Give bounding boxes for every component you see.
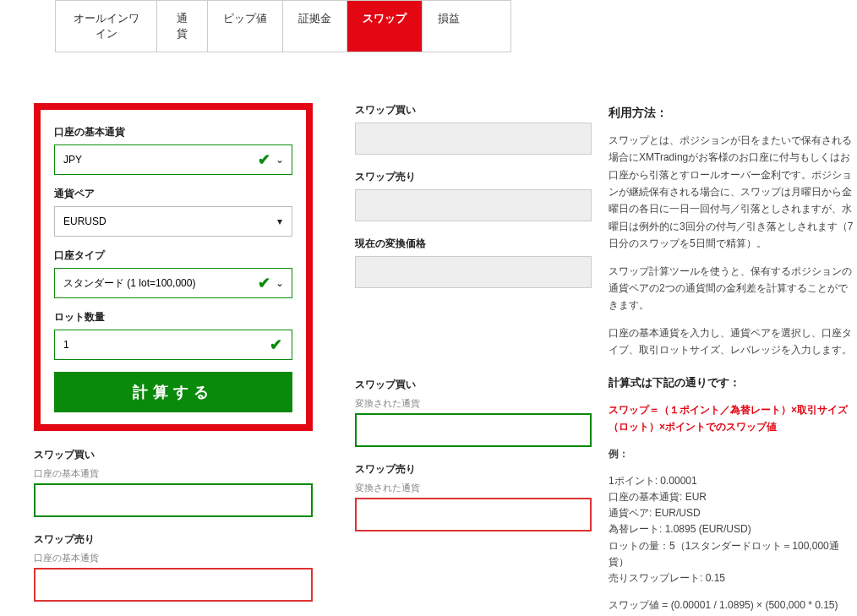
base-currency-label: 口座の基本通貨	[54, 125, 292, 139]
swap-input-form: 口座の基本通貨 ✔ ⌄ 通貨ペア ▾ 口座タイプ	[34, 103, 313, 431]
formula-title: 計算式は下記の通りです：	[609, 373, 854, 392]
result-swap-buy-sublabel: 口座の基本通貨	[34, 467, 313, 480]
result-swap-sell-conv-label: スワップ売り	[355, 462, 592, 477]
tab-all-in-one[interactable]: オールインワイン	[56, 1, 157, 52]
formula-text: スワップ＝（１ポイント／為替レート）×取引サイズ（ロット）×ポイントでのスワップ…	[609, 401, 854, 436]
account-type-select[interactable]	[54, 268, 292, 298]
swap-buy-display	[355, 123, 592, 155]
swap-sell-display	[355, 189, 592, 221]
rate-display	[355, 256, 592, 288]
example-line: ロットの量：5（1スタンダードロット＝100,000通貨）	[609, 538, 854, 570]
pair-label: 通貨ペア	[54, 187, 292, 201]
lot-size-input[interactable]	[54, 330, 292, 360]
rate-label: 現在の変換価格	[355, 237, 592, 251]
tab-currency[interactable]: 通貨	[157, 1, 208, 52]
example-line: 売りスワップレート: 0.15	[609, 570, 854, 586]
calculate-button[interactable]: 計算する	[54, 372, 292, 412]
example-line: 口座の基本通貨: EUR	[609, 489, 854, 505]
result-swap-buy-conv-sublabel: 変換された通貨	[355, 397, 592, 410]
example-line: 通貨ペア: EUR/USD	[609, 505, 854, 521]
example-calc: スワップ値 = (0.00001 / 1.0895) × (500,000 * …	[609, 597, 854, 613]
help-p2: スワップ計算ツールを使うと、保有するポジションの通貨ペアの2つの通貨間の金利差を…	[609, 263, 854, 314]
tab-profit-loss[interactable]: 損益	[423, 1, 475, 52]
check-icon: ✔	[258, 150, 270, 169]
result-swap-sell-base	[34, 568, 313, 602]
help-p1: スワップとは、ポジションが日をまたいで保有される場合にXMTradingがお客様…	[609, 132, 854, 253]
result-swap-buy-base	[34, 483, 313, 517]
currency-pair-select[interactable]	[54, 206, 292, 237]
check-icon: ✔	[270, 335, 282, 354]
result-swap-buy-conv-label: スワップ買い	[355, 378, 592, 392]
example-title: 例：	[609, 445, 854, 462]
tab-pip[interactable]: ピップ値	[208, 1, 283, 52]
result-swap-sell-label: スワップ売り	[34, 532, 313, 547]
account-type-label: 口座タイプ	[54, 248, 292, 263]
lot-size-label: ロット数量	[54, 310, 292, 324]
help-panel: 利用方法： スワップとは、ポジションが日をまたいで保有される場合にXMTradi…	[609, 103, 854, 616]
tab-bar: オールインワイン 通貨 ピップ値 証拠金 スワップ 損益	[55, 0, 511, 52]
result-swap-buy-converted	[355, 413, 592, 447]
tab-swap[interactable]: スワップ	[347, 1, 423, 52]
help-title: 利用方法：	[609, 103, 854, 123]
example-block: 1ポイント: 0.00001 口座の基本通貨: EUR 通貨ペア: EUR/US…	[609, 473, 854, 586]
check-icon: ✔	[258, 274, 270, 292]
tab-margin[interactable]: 証拠金	[283, 1, 347, 52]
result-swap-sell-sublabel: 口座の基本通貨	[34, 552, 313, 564]
base-currency-select[interactable]	[54, 144, 292, 175]
swap-sell-label: スワップ売り	[355, 170, 592, 184]
example-line: 為替レート: 1.0895 (EUR/USD)	[609, 521, 854, 537]
result-swap-sell-conv-sublabel: 変換された通貨	[355, 482, 592, 494]
result-swap-sell-converted	[355, 498, 592, 532]
result-swap-buy-label: スワップ買い	[34, 448, 313, 462]
example-line: 1ポイント: 0.00001	[609, 473, 854, 489]
help-p3: 口座の基本通貨を入力し、通貨ペアを選択し、口座タイプ、取引ロットサイズ、レバレッ…	[609, 324, 854, 359]
swap-buy-label: スワップ買い	[355, 103, 592, 117]
